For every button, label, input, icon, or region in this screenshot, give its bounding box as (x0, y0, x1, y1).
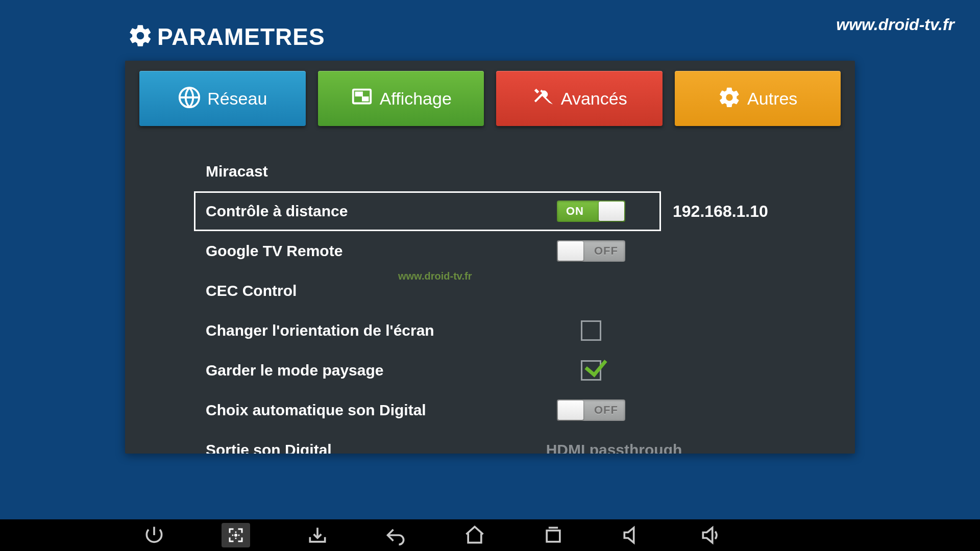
toggle-state-text: ON (566, 205, 584, 218)
svg-point-4 (235, 535, 237, 536)
display-icon (350, 86, 374, 111)
remote-ip: 192.168.1.10 (673, 202, 768, 221)
recent-apps-icon[interactable] (542, 524, 565, 546)
checkbox-landscape[interactable] (581, 360, 601, 381)
gear-icon (718, 86, 741, 111)
tab-other[interactable]: Autres (675, 71, 841, 126)
gear-icon (128, 23, 153, 51)
setting-label: Changer l'orientation de l'écran (206, 322, 532, 339)
volume-down-icon[interactable] (621, 524, 643, 546)
toggle-state-text: OFF (594, 404, 618, 417)
setting-cec-control[interactable]: CEC Control (206, 271, 795, 311)
tab-label: Autres (747, 89, 797, 109)
system-navbar (0, 519, 980, 551)
tools-icon (531, 86, 555, 111)
svg-rect-2 (356, 92, 362, 95)
setting-value: HDMI passthrough (546, 441, 682, 454)
setting-label: Google TV Remote (206, 242, 532, 260)
page-title: PARAMETRES (157, 23, 325, 51)
tab-network[interactable]: Réseau (139, 71, 306, 126)
globe-icon (178, 86, 201, 111)
svg-rect-5 (547, 531, 560, 542)
setting-auto-digital[interactable]: Choix automatique son Digital OFF (206, 390, 795, 430)
setting-google-tv-remote[interactable]: Google TV Remote OFF (206, 231, 795, 271)
tab-label: Avancés (561, 89, 627, 109)
toggle-knob (558, 241, 583, 261)
settings-list: Miracast Contrôle à distance ON 192.168.… (139, 152, 841, 454)
volume-up-icon[interactable] (699, 524, 722, 546)
settings-panel: Réseau Affichage Avancés Autres Miracast… (125, 61, 855, 454)
setting-miracast[interactable]: Miracast (206, 152, 795, 191)
toggle-state-text: OFF (594, 244, 618, 258)
setting-label: Miracast (206, 163, 532, 180)
power-icon[interactable] (143, 524, 165, 546)
toggle-google-tv[interactable]: OFF (557, 240, 625, 262)
download-icon[interactable] (306, 524, 329, 546)
home-icon[interactable] (463, 524, 486, 546)
svg-rect-3 (363, 97, 368, 101)
setting-landscape[interactable]: Garder le mode paysage (206, 350, 795, 390)
back-icon[interactable] (385, 524, 407, 546)
tab-label: Réseau (207, 89, 267, 109)
setting-label: CEC Control (206, 282, 532, 299)
expand-icon[interactable] (222, 523, 250, 547)
toggle-remote[interactable]: ON (557, 201, 625, 222)
tabs: Réseau Affichage Avancés Autres (139, 71, 841, 126)
tab-label: Affichage (380, 89, 452, 109)
setting-label: Sortie son Digital (206, 441, 532, 454)
toggle-knob (558, 400, 583, 420)
setting-label: Contrôle à distance (206, 203, 532, 220)
setting-orientation[interactable]: Changer l'orientation de l'écran (206, 311, 795, 350)
watermark: www.droid-tv.fr (398, 270, 472, 282)
setting-remote-control[interactable]: Contrôle à distance ON 192.168.1.10 (194, 191, 661, 231)
setting-label: Choix automatique son Digital (206, 402, 532, 419)
tab-advanced[interactable]: Avancés (496, 71, 663, 126)
setting-digital-out[interactable]: Sortie son Digital HDMI passthrough (206, 430, 795, 454)
checkbox-orientation[interactable] (581, 320, 601, 341)
toggle-knob (599, 202, 624, 221)
tab-display[interactable]: Affichage (318, 71, 484, 126)
header: PARAMETRES (0, 0, 980, 61)
website-url: www.droid-tv.fr (836, 15, 954, 34)
setting-label: Garder le mode paysage (206, 362, 532, 379)
toggle-auto-digital[interactable]: OFF (557, 399, 625, 421)
